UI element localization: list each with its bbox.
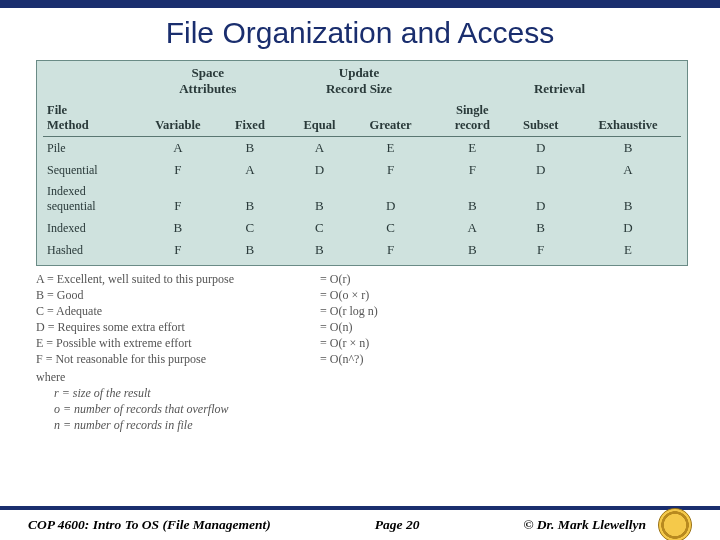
cell: D: [575, 217, 681, 239]
legend-def: r = size of the result: [36, 386, 296, 401]
row-label: Indexed sequential: [43, 181, 136, 217]
cell: B: [288, 239, 351, 261]
grade-matrix-panel: Space Attributes Update Record Size Retr…: [36, 60, 688, 266]
footer-author: © Dr. Mark Llewellyn: [523, 517, 646, 533]
legend-where: where: [36, 370, 296, 385]
cell: D: [506, 159, 575, 181]
table-row: Hashed F B B F B F E: [43, 239, 681, 261]
cell: D: [506, 137, 575, 160]
legend-complexity: = O(n^?): [316, 352, 378, 367]
cell: A: [438, 217, 506, 239]
col-file-method: File Method: [43, 101, 136, 137]
table-row: Sequential F A D F F D A: [43, 159, 681, 181]
group-update: Update Record Size: [288, 63, 430, 101]
top-accent-bar: [0, 0, 720, 8]
cell: F: [438, 159, 506, 181]
col-subset: Subset: [506, 101, 575, 137]
cell: B: [438, 181, 506, 217]
cell: C: [288, 217, 351, 239]
col-single: Single record: [438, 101, 506, 137]
table-row: Pile A B A E E D B: [43, 137, 681, 160]
ucf-seal-icon: [658, 508, 692, 540]
cell: E: [351, 137, 430, 160]
cell: A: [220, 159, 280, 181]
content-area: Space Attributes Update Record Size Retr…: [0, 54, 720, 506]
cell: B: [220, 239, 280, 261]
row-label: Sequential: [43, 159, 136, 181]
col-greater: Greater: [351, 101, 430, 137]
cell: A: [288, 137, 351, 160]
legend-grade: E = Possible with extreme effort: [36, 336, 296, 351]
cell: B: [575, 181, 681, 217]
row-label: Indexed: [43, 217, 136, 239]
cell: B: [220, 137, 280, 160]
col-equal: Equal: [288, 101, 351, 137]
footer-course: COP 4600: Intro To OS (File Management): [28, 517, 271, 533]
legend-grade: B = Good: [36, 288, 296, 303]
footer-page: Page 20: [271, 517, 524, 533]
cell: D: [351, 181, 430, 217]
col-fixed: Fixed: [220, 101, 280, 137]
table-row: Indexed B C C C A B D: [43, 217, 681, 239]
cell: B: [506, 217, 575, 239]
page-title: File Organization and Access: [0, 8, 720, 54]
cell: C: [220, 217, 280, 239]
row-label: Hashed: [43, 239, 136, 261]
cell: F: [136, 239, 220, 261]
legend-complexity: = O(o × r): [316, 288, 378, 303]
cell: A: [136, 137, 220, 160]
legend-complexity: = O(r): [316, 272, 378, 287]
cell: D: [288, 159, 351, 181]
legend-grade: A = Excellent, well suited to this purpo…: [36, 272, 296, 287]
cell: E: [575, 239, 681, 261]
cell: B: [575, 137, 681, 160]
legend-complexity: = O(n): [316, 320, 378, 335]
legend-grade: C = Adequate: [36, 304, 296, 319]
cell: B: [288, 181, 351, 217]
cell: B: [438, 239, 506, 261]
group-retrieval: Retrieval: [438, 63, 681, 101]
cell: B: [136, 217, 220, 239]
legend-grade: D = Requires some extra effort: [36, 320, 296, 335]
legend-grade: F = Not reasonable for this purpose: [36, 352, 296, 367]
legend-panel: A = Excellent, well suited to this purpo…: [36, 272, 688, 433]
legend-def: n = number of records in file: [36, 418, 296, 433]
grade-matrix-table: Space Attributes Update Record Size Retr…: [43, 63, 681, 261]
legend-complexity: = O(r × n): [316, 336, 378, 351]
cell: F: [506, 239, 575, 261]
col-variable: Variable: [136, 101, 220, 137]
cell: F: [136, 159, 220, 181]
cell: C: [351, 217, 430, 239]
row-label: Pile: [43, 137, 136, 160]
cell: B: [220, 181, 280, 217]
legend-complexity: = O(r log n): [316, 304, 378, 319]
legend-def: o = number of records that overflow: [36, 402, 296, 417]
group-space: Space Attributes: [136, 63, 280, 101]
cell: F: [136, 181, 220, 217]
col-exhaustive: Exhaustive: [575, 101, 681, 137]
cell: A: [575, 159, 681, 181]
cell: D: [506, 181, 575, 217]
footer-bar: COP 4600: Intro To OS (File Management) …: [0, 506, 720, 540]
cell: E: [438, 137, 506, 160]
cell: F: [351, 159, 430, 181]
table-row: Indexed sequential F B B D B D B: [43, 181, 681, 217]
cell: F: [351, 239, 430, 261]
